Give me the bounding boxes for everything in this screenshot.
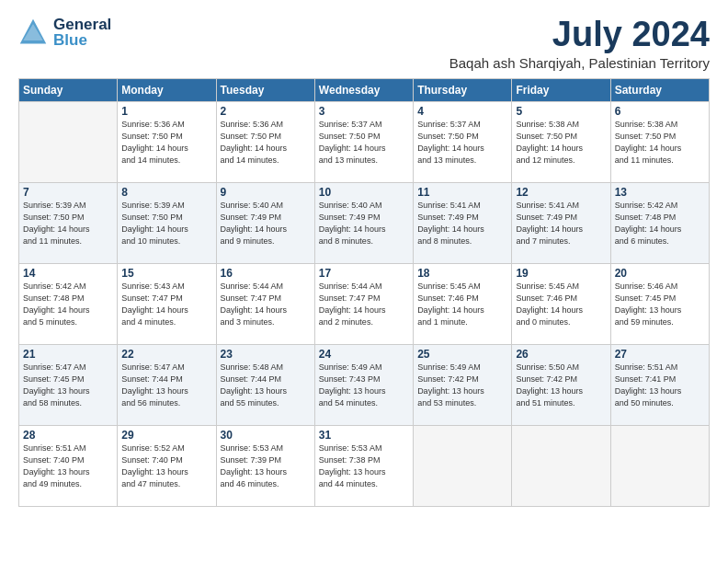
day-info: Sunrise: 5:53 AM Sunset: 7:38 PM Dayligh… <box>319 442 409 490</box>
calendar-cell: 12Sunrise: 5:41 AM Sunset: 7:49 PM Dayli… <box>512 183 610 264</box>
calendar-cell <box>512 426 610 507</box>
day-info: Sunrise: 5:45 AM Sunset: 7:46 PM Dayligh… <box>417 281 507 328</box>
logo-blue-text: Blue <box>53 32 111 48</box>
day-info: Sunrise: 5:47 AM Sunset: 7:44 PM Dayligh… <box>121 362 211 409</box>
week-row-2: 7Sunrise: 5:39 AM Sunset: 7:50 PM Daylig… <box>19 183 710 264</box>
calendar-cell: 28Sunrise: 5:51 AM Sunset: 7:40 PM Dayli… <box>19 426 118 507</box>
month-title: July 2024 <box>449 17 710 52</box>
calendar-cell: 1Sunrise: 5:36 AM Sunset: 7:50 PM Daylig… <box>118 102 216 183</box>
calendar-cell: 9Sunrise: 5:40 AM Sunset: 7:49 PM Daylig… <box>216 183 314 264</box>
day-info: Sunrise: 5:37 AM Sunset: 7:50 PM Dayligh… <box>417 119 507 167</box>
calendar-cell: 19Sunrise: 5:45 AM Sunset: 7:46 PM Dayli… <box>512 264 610 345</box>
day-info: Sunrise: 5:40 AM Sunset: 7:49 PM Dayligh… <box>319 200 409 247</box>
day-number: 29 <box>121 429 211 442</box>
logo-icon <box>18 17 48 47</box>
day-info: Sunrise: 5:46 AM Sunset: 7:45 PM Dayligh… <box>615 281 705 328</box>
day-number: 9 <box>221 186 311 199</box>
day-number: 2 <box>221 105 311 118</box>
title-area: July 2024 Baqah ash Sharqiyah, Palestini… <box>449 17 710 71</box>
calendar-cell: 17Sunrise: 5:44 AM Sunset: 7:47 PM Dayli… <box>314 264 413 345</box>
day-info: Sunrise: 5:41 AM Sunset: 7:49 PM Dayligh… <box>516 200 606 247</box>
day-info: Sunrise: 5:49 AM Sunset: 7:43 PM Dayligh… <box>319 362 409 409</box>
calendar-cell: 18Sunrise: 5:45 AM Sunset: 7:46 PM Dayli… <box>414 264 512 345</box>
day-info: Sunrise: 5:36 AM Sunset: 7:50 PM Dayligh… <box>221 119 311 167</box>
day-number: 30 <box>221 429 311 442</box>
calendar-cell: 4Sunrise: 5:37 AM Sunset: 7:50 PM Daylig… <box>414 102 512 183</box>
calendar-cell: 25Sunrise: 5:49 AM Sunset: 7:42 PM Dayli… <box>414 345 512 426</box>
day-number: 25 <box>417 348 507 361</box>
calendar-cell: 7Sunrise: 5:39 AM Sunset: 7:50 PM Daylig… <box>19 183 118 264</box>
day-number: 5 <box>516 105 606 118</box>
day-info: Sunrise: 5:53 AM Sunset: 7:39 PM Dayligh… <box>221 442 311 490</box>
day-info: Sunrise: 5:50 AM Sunset: 7:42 PM Dayligh… <box>516 362 606 409</box>
header-cell-thursday: Thursday <box>414 79 512 102</box>
calendar-table: SundayMondayTuesdayWednesdayThursdayFrid… <box>18 78 710 507</box>
calendar-cell: 20Sunrise: 5:46 AM Sunset: 7:45 PM Dayli… <box>610 264 709 345</box>
header-cell-wednesday: Wednesday <box>314 79 413 102</box>
day-info: Sunrise: 5:40 AM Sunset: 7:49 PM Dayligh… <box>221 200 311 247</box>
day-number: 4 <box>417 105 507 118</box>
day-info: Sunrise: 5:36 AM Sunset: 7:50 PM Dayligh… <box>121 119 211 167</box>
calendar-cell: 3Sunrise: 5:37 AM Sunset: 7:50 PM Daylig… <box>314 102 413 183</box>
day-number: 15 <box>121 267 211 280</box>
day-number: 20 <box>615 267 705 280</box>
day-info: Sunrise: 5:42 AM Sunset: 7:48 PM Dayligh… <box>23 281 113 328</box>
day-number: 18 <box>417 267 507 280</box>
day-info: Sunrise: 5:49 AM Sunset: 7:42 PM Dayligh… <box>417 362 507 409</box>
header-cell-friday: Friday <box>512 79 610 102</box>
calendar-cell: 30Sunrise: 5:53 AM Sunset: 7:39 PM Dayli… <box>216 426 314 507</box>
day-info: Sunrise: 5:44 AM Sunset: 7:47 PM Dayligh… <box>319 281 409 328</box>
day-number: 22 <box>121 348 211 361</box>
day-number: 3 <box>319 105 409 118</box>
day-info: Sunrise: 5:51 AM Sunset: 7:41 PM Dayligh… <box>615 362 705 409</box>
day-info: Sunrise: 5:52 AM Sunset: 7:40 PM Dayligh… <box>121 442 211 490</box>
day-number: 14 <box>23 267 113 280</box>
header-cell-saturday: Saturday <box>610 79 709 102</box>
calendar-cell: 21Sunrise: 5:47 AM Sunset: 7:45 PM Dayli… <box>19 345 118 426</box>
day-number: 17 <box>319 267 409 280</box>
location-text: Baqah ash Sharqiyah, Palestinian Territo… <box>449 55 710 71</box>
logo-general-text: General <box>53 17 111 32</box>
day-number: 24 <box>319 348 409 361</box>
calendar-cell: 13Sunrise: 5:42 AM Sunset: 7:48 PM Dayli… <box>610 183 709 264</box>
day-number: 31 <box>319 429 409 442</box>
day-number: 8 <box>121 186 211 199</box>
week-row-4: 21Sunrise: 5:47 AM Sunset: 7:45 PM Dayli… <box>19 345 710 426</box>
calendar-cell: 15Sunrise: 5:43 AM Sunset: 7:47 PM Dayli… <box>118 264 216 345</box>
day-number: 12 <box>516 186 606 199</box>
day-number: 6 <box>615 105 705 118</box>
calendar-cell: 10Sunrise: 5:40 AM Sunset: 7:49 PM Dayli… <box>314 183 413 264</box>
calendar-cell: 26Sunrise: 5:50 AM Sunset: 7:42 PM Dayli… <box>512 345 610 426</box>
day-info: Sunrise: 5:39 AM Sunset: 7:50 PM Dayligh… <box>121 200 211 247</box>
day-number: 28 <box>23 429 113 442</box>
day-info: Sunrise: 5:42 AM Sunset: 7:48 PM Dayligh… <box>615 200 705 247</box>
day-info: Sunrise: 5:41 AM Sunset: 7:49 PM Dayligh… <box>417 200 507 247</box>
day-info: Sunrise: 5:44 AM Sunset: 7:47 PM Dayligh… <box>221 281 311 328</box>
day-info: Sunrise: 5:38 AM Sunset: 7:50 PM Dayligh… <box>516 119 606 167</box>
day-info: Sunrise: 5:47 AM Sunset: 7:45 PM Dayligh… <box>23 362 113 409</box>
calendar-cell: 29Sunrise: 5:52 AM Sunset: 7:40 PM Dayli… <box>118 426 216 507</box>
calendar-cell: 2Sunrise: 5:36 AM Sunset: 7:50 PM Daylig… <box>216 102 314 183</box>
calendar-cell: 16Sunrise: 5:44 AM Sunset: 7:47 PM Dayli… <box>216 264 314 345</box>
day-info: Sunrise: 5:38 AM Sunset: 7:50 PM Dayligh… <box>615 119 705 167</box>
day-info: Sunrise: 5:39 AM Sunset: 7:50 PM Dayligh… <box>23 200 113 247</box>
calendar-cell: 24Sunrise: 5:49 AM Sunset: 7:43 PM Dayli… <box>314 345 413 426</box>
day-number: 7 <box>23 186 113 199</box>
logo: General Blue <box>18 17 111 48</box>
day-number: 19 <box>516 267 606 280</box>
day-number: 10 <box>319 186 409 199</box>
week-row-1: 1Sunrise: 5:36 AM Sunset: 7:50 PM Daylig… <box>19 102 710 183</box>
header-cell-monday: Monday <box>118 79 216 102</box>
calendar-cell: 27Sunrise: 5:51 AM Sunset: 7:41 PM Dayli… <box>610 345 709 426</box>
day-number: 1 <box>121 105 211 118</box>
day-number: 11 <box>417 186 507 199</box>
calendar-cell <box>19 102 118 183</box>
day-number: 27 <box>615 348 705 361</box>
week-row-3: 14Sunrise: 5:42 AM Sunset: 7:48 PM Dayli… <box>19 264 710 345</box>
day-number: 21 <box>23 348 113 361</box>
calendar-cell: 6Sunrise: 5:38 AM Sunset: 7:50 PM Daylig… <box>610 102 709 183</box>
calendar-cell: 5Sunrise: 5:38 AM Sunset: 7:50 PM Daylig… <box>512 102 610 183</box>
day-info: Sunrise: 5:48 AM Sunset: 7:44 PM Dayligh… <box>221 362 311 409</box>
header: General Blue July 2024 Baqah ash Sharqiy… <box>18 17 710 71</box>
calendar-cell <box>414 426 512 507</box>
